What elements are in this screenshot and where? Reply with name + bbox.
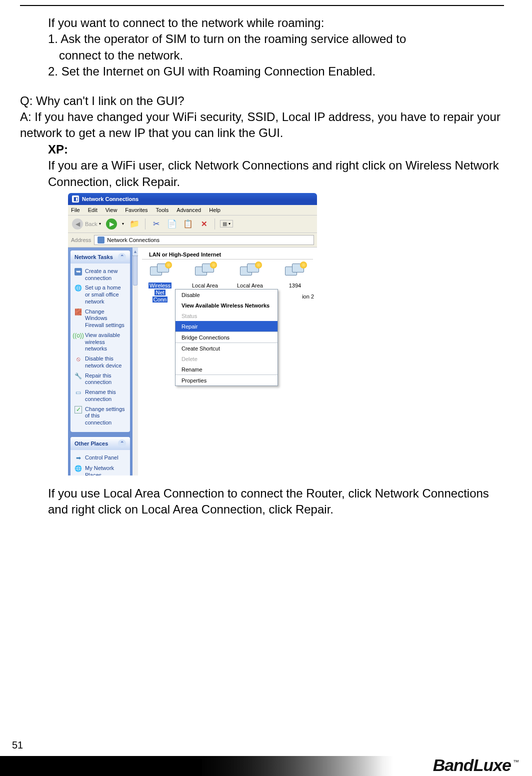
- menu-file[interactable]: File: [71, 207, 80, 213]
- views-button[interactable]: ▦ ▾: [220, 220, 233, 228]
- screenshot-network-connections: ◧ Network Connections File Edit View Fav…: [68, 193, 317, 476]
- icon-local-area-1[interactable]: Local Area: [189, 264, 221, 288]
- sidebar-heading-label: Network Tasks: [74, 254, 113, 260]
- icon-label: Local Area: [237, 282, 263, 288]
- menu-tools[interactable]: Tools: [156, 207, 169, 213]
- window-icon: ◧: [72, 196, 79, 202]
- window-title: Network Connections: [82, 196, 138, 202]
- sidebar-item-label: Repair this connection: [85, 372, 127, 386]
- scroll-up-icon: ▴: [134, 248, 136, 254]
- sidebar-group-other-places: Other Places ⌃ ➡Control Panel 🌐My Networ…: [70, 437, 130, 476]
- context-item-shortcut[interactable]: Create Shortcut: [176, 343, 278, 354]
- truncated-label: ion 2: [302, 294, 314, 300]
- sidebar-item-label: Set up a home or small office network: [85, 284, 127, 305]
- context-item-repair[interactable]: Repair: [176, 321, 278, 332]
- context-item-bridge[interactable]: Bridge Connections: [176, 332, 278, 342]
- context-item-view-wireless[interactable]: View Available Wireless Networks: [176, 300, 278, 310]
- copy-button[interactable]: 📄: [166, 218, 178, 230]
- wifi-icon: ((o)): [74, 332, 82, 340]
- toolbar-separator-2: [214, 218, 215, 230]
- cut-button[interactable]: ✂: [150, 218, 162, 230]
- properties-icon: ✓: [74, 406, 82, 414]
- sidebar-item-create-connection[interactable]: ➥Create a new connection: [74, 266, 128, 284]
- menu-advanced[interactable]: Advanced: [176, 207, 201, 213]
- scrollbar[interactable]: ▴: [132, 248, 138, 476]
- disable-icon: ⦸: [74, 356, 82, 363]
- address-label: Address: [71, 237, 91, 243]
- firewall-icon: 🧱: [74, 308, 82, 316]
- icon-1394[interactable]: 1394: [279, 264, 311, 288]
- scroll-thumb[interactable]: [133, 256, 138, 286]
- sidebar-item-label: Rename this connection: [85, 389, 127, 403]
- sidebar-heading-other-places[interactable]: Other Places ⌃: [70, 437, 130, 450]
- sidebar-item-label: Disable this network device: [85, 356, 127, 370]
- views-dropdown-icon: ▾: [228, 222, 230, 226]
- icon-label: Local Area: [192, 282, 218, 288]
- back-label: Back: [85, 221, 97, 227]
- sidebar-item-label: My Network Places: [85, 465, 127, 476]
- menu-view[interactable]: View: [106, 207, 118, 213]
- forward-button[interactable]: ▶: [106, 218, 117, 230]
- sidebar-item-my-network-places[interactable]: 🌐My Network Places: [74, 464, 128, 476]
- context-item-properties[interactable]: Properties: [176, 375, 278, 386]
- icon-label: Wireless: [148, 282, 172, 288]
- heading-xp: XP:: [20, 142, 504, 158]
- wrench-icon: 🔧: [74, 372, 82, 380]
- address-bar: Address Network Connections: [68, 233, 317, 248]
- sidebar-item-control-panel[interactable]: ➡Control Panel: [74, 453, 128, 464]
- brand-logo: BandLuxe ™: [433, 756, 519, 775]
- paragraph-local-area: If you use Local Area Connection to conn…: [20, 486, 504, 518]
- address-value: Network Connections: [107, 237, 160, 243]
- sidebar-item-firewall[interactable]: 🧱Change Windows Firewall settings: [74, 307, 128, 330]
- back-dropdown-icon: ▾: [99, 222, 101, 226]
- up-folder-button[interactable]: 📁: [129, 218, 140, 230]
- sidebar: Network Tasks ⌃ ➥Create a new connection…: [68, 248, 132, 476]
- qa-answer: A: If you have changed your WiFi securit…: [20, 109, 504, 142]
- menu-edit[interactable]: Edit: [88, 207, 98, 213]
- sidebar-item-label: Create a new connection: [85, 268, 127, 282]
- context-item-status: Status: [176, 310, 278, 321]
- context-item-rename[interactable]: Rename: [176, 364, 278, 374]
- icon-wireless[interactable]: Wireless Net Conn: [144, 264, 176, 302]
- paragraph-roaming-intro: If you want to connect to the network wh…: [20, 15, 504, 31]
- icon-local-area-2[interactable]: Local Area: [234, 264, 266, 288]
- back-button[interactable]: ◀ Back ▾: [72, 218, 101, 230]
- sidebar-item-label: Change settings of this connection: [85, 406, 127, 426]
- sidebar-item-rename[interactable]: ▭Rename this connection: [74, 388, 128, 404]
- icon-label: 1394: [289, 282, 301, 288]
- context-item-disable[interactable]: Disable: [176, 290, 278, 300]
- menu-favorites[interactable]: Favorites: [125, 207, 148, 213]
- address-field[interactable]: Network Connections: [94, 235, 314, 245]
- views-icon: ▦: [222, 221, 227, 226]
- paste-button[interactable]: 📋: [182, 218, 194, 230]
- list-item-2: 2. Set the Internet on GUI with Roaming …: [20, 64, 504, 80]
- sidebar-item-change-settings[interactable]: ✓Change settings of this connection: [74, 404, 128, 428]
- paragraph-xp: If you are a WiFi user, click Network Co…: [20, 158, 504, 190]
- trademark-symbol: ™: [513, 758, 519, 766]
- address-icon: [98, 236, 104, 244]
- sidebar-item-disable[interactable]: ⦸Disable this network device: [74, 354, 128, 371]
- list-item-1b: connect to the network.: [20, 48, 504, 64]
- window-titlebar[interactable]: ◧ Network Connections: [68, 193, 317, 205]
- new-connection-icon: ➥: [74, 268, 82, 276]
- back-arrow-icon: ◀: [72, 218, 83, 230]
- sidebar-item-view-wireless[interactable]: ((o))View available wireless networks: [74, 330, 128, 354]
- brand-text: BandLuxe: [433, 756, 511, 775]
- control-panel-icon: ➡: [74, 454, 82, 462]
- menu-bar[interactable]: File Edit View Favorites Tools Advanced …: [68, 205, 317, 216]
- toolbar: ◀ Back ▾ ▶ ▾ 📁 ✂ 📄 📋 ✕ ▦ ▾: [68, 216, 317, 233]
- context-menu: Disable View Available Wireless Networks…: [175, 289, 278, 386]
- list-item-1a: 1. Ask the operator of SIM to turn on th…: [20, 31, 504, 47]
- group-header-lan: LAN or High-Speed Internet: [142, 250, 313, 260]
- sidebar-item-repair[interactable]: 🔧Repair this connection: [74, 371, 128, 388]
- forward-dropdown-icon: ▾: [122, 222, 124, 226]
- qa-question: Q: Why can't I link on the GUI?: [20, 93, 504, 109]
- context-item-delete: Delete: [176, 354, 278, 364]
- network-places-icon: 🌐: [74, 465, 82, 472]
- delete-button[interactable]: ✕: [198, 218, 210, 230]
- icon-label-line3: Conn: [152, 296, 168, 302]
- sidebar-item-setup-network[interactable]: 🌐Set up a home or small office network: [74, 283, 128, 306]
- collapse-icon: ⌃: [118, 253, 126, 261]
- menu-help[interactable]: Help: [209, 207, 220, 213]
- sidebar-heading-network-tasks[interactable]: Network Tasks ⌃: [70, 250, 130, 264]
